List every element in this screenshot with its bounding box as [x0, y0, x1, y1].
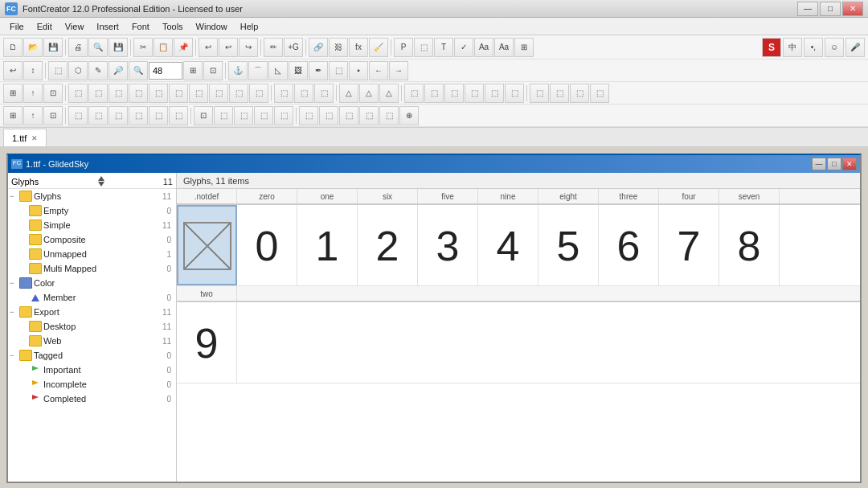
- r4-4[interactable]: ⬚: [68, 106, 88, 125]
- r4-17[interactable]: ⬚: [339, 106, 358, 125]
- r4-7[interactable]: ⬚: [129, 106, 148, 125]
- menu-item-window[interactable]: Window: [190, 20, 234, 33]
- close-button[interactable]: ✕: [842, 2, 863, 16]
- tree-item-incomplete[interactable]: Incomplete 0: [8, 377, 176, 392]
- inner-close[interactable]: ✕: [842, 158, 857, 170]
- tree-item-glyphs[interactable]: − Glyphs 11: [8, 189, 176, 203]
- unlink-btn[interactable]: ⛓: [329, 38, 348, 57]
- glyph-cell-five[interactable]: 3: [418, 205, 478, 285]
- r3-20[interactable]: ⬚: [404, 84, 424, 103]
- menu-item-font[interactable]: Font: [125, 20, 156, 33]
- corner-btn[interactable]: ◺: [268, 61, 288, 80]
- glyph-cell-one[interactable]: 1: [297, 205, 358, 285]
- sogou-mic[interactable]: 🎤: [845, 38, 865, 57]
- r4-6[interactable]: ⬚: [108, 106, 128, 125]
- glyph-cell-notdef[interactable]: [177, 205, 237, 285]
- tree-item-tagged[interactable]: − Tagged 0: [8, 348, 176, 363]
- curves-btn[interactable]: ⌒: [248, 61, 268, 80]
- r3-7[interactable]: ⬚: [129, 84, 148, 103]
- maximize-button[interactable]: □: [820, 2, 841, 16]
- r3-23[interactable]: ⬚: [465, 84, 484, 103]
- r3-4[interactable]: ⬚: [68, 84, 88, 103]
- select-btn[interactable]: ⬚: [48, 61, 68, 80]
- paste-btn[interactable]: 📌: [174, 38, 193, 57]
- glyph-cell-three[interactable]: 6: [599, 205, 659, 285]
- glyph-cell-eight[interactable]: 5: [538, 205, 599, 285]
- glyph-cell-seven[interactable]: 8: [719, 205, 780, 285]
- inner-minimize[interactable]: —: [812, 158, 826, 170]
- expand-tagged[interactable]: −: [10, 351, 19, 359]
- r4-9[interactable]: ⬚: [169, 106, 188, 125]
- tab-1ttf[interactable]: 1.ttf ✕: [3, 129, 47, 146]
- sogou-ch[interactable]: 中: [783, 38, 802, 57]
- menu-item-help[interactable]: Help: [234, 20, 265, 33]
- r4-13[interactable]: ⬚: [254, 106, 273, 125]
- r3-6[interactable]: ⬚: [108, 84, 128, 103]
- copy-btn[interactable]: 📋: [154, 38, 173, 57]
- r3-17[interactable]: △: [339, 84, 358, 103]
- tree-item-web[interactable]: Web 11: [8, 334, 176, 348]
- cut-btn[interactable]: ✂: [133, 38, 153, 57]
- lasso-btn[interactable]: ⬡: [68, 61, 88, 80]
- open-btn[interactable]: 📂: [23, 38, 43, 57]
- r3-16[interactable]: ⬚: [314, 84, 334, 103]
- r3-24[interactable]: ⬚: [485, 84, 504, 103]
- tree-item-important[interactable]: Important 0: [8, 363, 176, 377]
- tree-scroll-down[interactable]: [98, 182, 104, 187]
- r4-10[interactable]: ⊡: [194, 106, 213, 125]
- image-btn[interactable]: 🖼: [289, 61, 308, 80]
- expand-export[interactable]: −: [10, 308, 19, 316]
- freehand-btn[interactable]: ✎: [88, 61, 108, 80]
- tree-item-composite[interactable]: Composite 0: [8, 232, 176, 247]
- eraser-btn[interactable]: ⬚: [329, 61, 348, 80]
- r3-12[interactable]: ⬚: [229, 84, 248, 103]
- r3-10[interactable]: ⬚: [189, 84, 208, 103]
- print-btn[interactable]: 🖨: [68, 38, 88, 57]
- menu-item-view[interactable]: View: [59, 20, 91, 33]
- saveas-btn[interactable]: 💾: [108, 38, 128, 57]
- tree-scroll-up[interactable]: [98, 176, 104, 181]
- tree-item-unmapped[interactable]: Unmapped 1: [8, 247, 176, 261]
- r3-25[interactable]: ⬚: [505, 84, 524, 103]
- r3-26[interactable]: ⬚: [530, 84, 549, 103]
- expand-color[interactable]: −: [10, 279, 19, 287]
- glyph-cell-nine[interactable]: 4: [478, 205, 538, 285]
- r3-14[interactable]: ⬚: [274, 84, 293, 103]
- r4-5[interactable]: ⬚: [88, 106, 108, 125]
- editglyph-btn[interactable]: ✏: [264, 38, 283, 57]
- zoom-input[interactable]: 48: [149, 62, 182, 80]
- tree-item-empty[interactable]: Empty 0: [8, 203, 176, 218]
- r3-27[interactable]: ⬚: [550, 84, 569, 103]
- r3-21[interactable]: ⬚: [424, 84, 444, 103]
- left-btn[interactable]: ←: [369, 61, 388, 80]
- zoom-sel-btn[interactable]: ⊡: [203, 61, 223, 80]
- script-btn[interactable]: fx: [349, 38, 368, 57]
- r3-1[interactable]: ⊞: [3, 84, 23, 103]
- typo-btn[interactable]: T: [434, 38, 453, 57]
- tree-item-color[interactable]: − Color: [8, 276, 176, 290]
- r4-3[interactable]: ⊡: [43, 106, 63, 125]
- glyph-cell-zero[interactable]: 0: [237, 205, 297, 285]
- compare-btn[interactable]: ⬚: [414, 38, 433, 57]
- insertglyph-btn[interactable]: +G: [284, 38, 303, 57]
- arrow-btn[interactable]: ↩: [3, 61, 23, 80]
- r3-3[interactable]: ⊡: [43, 84, 63, 103]
- tree-item-member[interactable]: Member 0: [8, 290, 176, 305]
- save-btn[interactable]: 💾: [43, 38, 63, 57]
- glyph-cell-four[interactable]: 7: [659, 205, 719, 285]
- glyph-cell-six[interactable]: 2: [358, 205, 418, 285]
- r3-19[interactable]: △: [379, 84, 399, 103]
- r3-13[interactable]: ⬚: [249, 84, 268, 103]
- findglyph-btn[interactable]: 🔍: [88, 38, 108, 57]
- r3-2[interactable]: ↑: [23, 84, 43, 103]
- r3-9[interactable]: ⬚: [169, 84, 188, 103]
- minimize-button[interactable]: —: [797, 2, 818, 16]
- glyph-cell-two[interactable]: 9: [177, 302, 237, 383]
- r3-18[interactable]: △: [359, 84, 379, 103]
- r3-5[interactable]: ⬚: [88, 84, 108, 103]
- r3-22[interactable]: ⬚: [444, 84, 464, 103]
- menu-item-tools[interactable]: Tools: [156, 20, 190, 33]
- expand-glyphs[interactable]: −: [10, 192, 19, 200]
- r4-14[interactable]: ⬚: [274, 106, 293, 125]
- r4-19[interactable]: ⬚: [379, 106, 399, 125]
